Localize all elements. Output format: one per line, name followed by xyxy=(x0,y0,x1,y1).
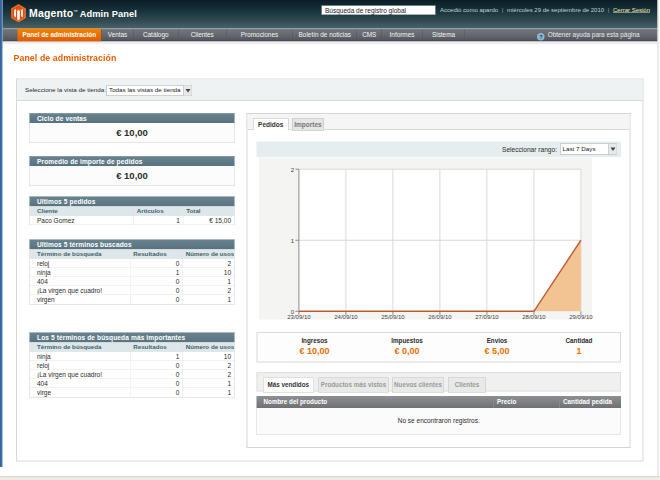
svg-text:29/09/10: 29/09/10 xyxy=(569,313,593,319)
svg-text:1: 1 xyxy=(290,237,294,243)
svg-text:25/09/10: 25/09/10 xyxy=(381,313,405,319)
svg-text:23/09/10: 23/09/10 xyxy=(287,313,311,319)
svg-text:28/09/10: 28/09/10 xyxy=(522,313,546,319)
svg-text:24/09/10: 24/09/10 xyxy=(334,313,358,319)
svg-text:2: 2 xyxy=(290,166,294,172)
svg-text:27/09/10: 27/09/10 xyxy=(475,313,499,319)
svg-text:26/09/10: 26/09/10 xyxy=(428,313,452,319)
